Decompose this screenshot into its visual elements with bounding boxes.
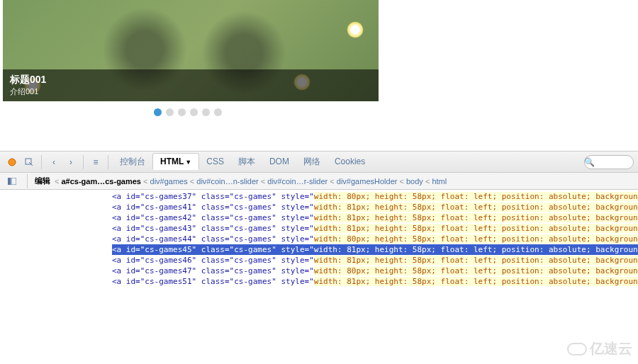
code-line[interactable]: <a id="cs-games37" class="cs-games" styl… [112, 191, 638, 202]
carousel-dot[interactable] [214, 108, 222, 116]
firebug-icon[interactable] [4, 154, 20, 170]
code-line[interactable]: <a id="cs-games45" class="cs-games" styl… [112, 244, 638, 255]
svg-point-0 [9, 159, 16, 166]
carousel-dot[interactable] [178, 108, 186, 116]
search-wrap: 🔍 [571, 155, 634, 169]
code-line[interactable]: <a id="cs-games47" class="cs-games" styl… [112, 266, 638, 276]
code-line[interactable]: <a id="cs-games41" class="cs-games" styl… [112, 202, 638, 212]
caption-title: 标题001 [10, 74, 371, 86]
code-line[interactable]: <a id="cs-games46" class="cs-games" styl… [112, 255, 638, 266]
devtools-subbar: 编辑 < a#cs-gam…cs-games < div#games < div… [0, 173, 638, 190]
carousel-dot[interactable] [166, 108, 174, 116]
devtools-body: <a id="cs-games37" class="cs-games" styl… [0, 190, 638, 288]
caption-subtitle: 介绍001 [10, 86, 371, 97]
breadcrumb-item[interactable]: html [432, 177, 447, 186]
breadcrumb-item[interactable]: a#cs-gam…cs-games [61, 177, 141, 186]
code-line[interactable]: <a id="cs-games43" class="cs-games" styl… [112, 223, 638, 234]
carousel-caption: 标题001 介绍001 [3, 69, 379, 101]
breadcrumb-item[interactable]: body [406, 177, 423, 186]
carousel-dot[interactable] [202, 108, 210, 116]
devtools-tab[interactable]: 脚本 [231, 154, 262, 169]
html-code-view[interactable]: <a id="cs-games37" class="cs-games" styl… [0, 190, 638, 288]
devtools-tab[interactable]: 控制台 [113, 154, 152, 169]
back-icon[interactable]: ‹ [46, 154, 62, 170]
search-input[interactable] [584, 155, 634, 169]
inspect-icon[interactable] [21, 154, 37, 170]
devtools-tab[interactable]: HTML▼ [152, 153, 199, 170]
menu-icon[interactable]: ≡ [88, 154, 103, 170]
image-carousel[interactable]: 标题001 介绍001 [3, 0, 379, 101]
devtools-tab[interactable]: DOM [262, 154, 296, 169]
carousel-dot[interactable] [190, 108, 198, 116]
devtools-tab[interactable]: Cookies [328, 154, 372, 169]
devtools-panel: ‹ › ≡ 控制台HTML▼CSS脚本DOM网络Cookies 🔍 编辑 < a… [0, 151, 638, 288]
breadcrumb-item[interactable]: div#gamesHolder [337, 177, 398, 186]
breadcrumb-item[interactable]: div#coin…n-slider [196, 177, 258, 186]
carousel-dot[interactable] [154, 108, 162, 116]
carousel-dots [0, 108, 376, 118]
devtools-toolbar: ‹ › ≡ 控制台HTML▼CSS脚本DOM网络Cookies 🔍 [0, 152, 638, 173]
forward-icon[interactable]: › [63, 154, 79, 170]
code-line[interactable]: <a id="cs-games42" class="cs-games" styl… [112, 212, 638, 223]
edit-button[interactable]: 编辑 [35, 176, 50, 186]
code-line[interactable]: <a id="cs-games51" class="cs-games" styl… [112, 276, 638, 287]
code-line[interactable]: <a id="cs-games44" class="cs-games" styl… [112, 234, 638, 244]
svg-rect-3 [11, 178, 16, 185]
breadcrumb-item[interactable]: div#games [150, 177, 188, 186]
breadcrumb-item[interactable]: div#coin…r-slider [267, 177, 328, 186]
devtools-tab[interactable]: CSS [199, 154, 231, 169]
svg-rect-2 [8, 178, 11, 185]
left-pane-icon[interactable] [4, 174, 20, 189]
devtools-tab[interactable]: 网络 [296, 154, 328, 169]
